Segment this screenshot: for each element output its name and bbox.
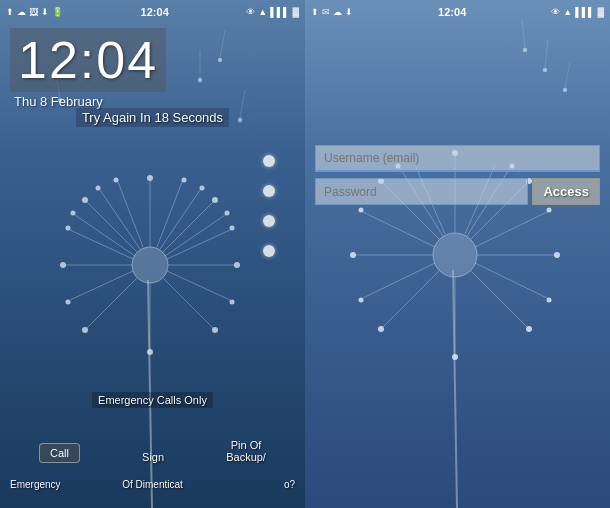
try-again-text: Try Again In 18 Seconds: [76, 108, 229, 127]
right-signal-icon: ▌▌▌: [575, 7, 594, 17]
pin-of-label: Pin Of: [231, 439, 262, 451]
pin-dot-4: [263, 245, 275, 257]
svg-line-59: [475, 212, 547, 247]
svg-point-80: [563, 88, 567, 92]
svg-point-76: [359, 298, 364, 303]
emergency-bottom-label: Emergency: [10, 479, 61, 490]
svg-point-77: [547, 298, 552, 303]
svg-line-61: [475, 263, 547, 298]
right-battery-full-icon: ▓: [597, 7, 604, 17]
date-display: Thu 8 February: [10, 94, 166, 109]
svg-line-14: [70, 271, 133, 300]
svg-point-74: [359, 208, 364, 213]
sign-button[interactable]: Sign: [142, 451, 164, 463]
svg-point-75: [547, 208, 552, 213]
svg-line-83: [522, 20, 525, 48]
svg-line-79: [545, 40, 548, 68]
svg-point-66: [350, 252, 356, 258]
eye-icon: 👁: [246, 7, 255, 17]
left-status-time: 12:04: [141, 6, 169, 18]
pin-backup-button[interactable]: Pin Of Backup/: [226, 439, 266, 463]
svg-point-26: [82, 327, 88, 333]
svg-line-55: [471, 271, 527, 327]
svg-point-21: [147, 349, 153, 355]
call-button[interactable]: Call: [39, 443, 80, 463]
right-status-icons: ⬆ ✉ ☁ ⬇: [311, 7, 353, 17]
left-status-icons: ⬆ ☁ 🖼 ⬇ 🔋: [6, 7, 63, 17]
right-dandelion: [305, 0, 610, 508]
svg-line-41: [220, 30, 225, 58]
pin-dots-container: [0, 155, 305, 257]
svg-line-58: [363, 212, 435, 247]
svg-point-27: [212, 327, 218, 333]
svg-point-65: [452, 354, 458, 360]
right-notification-icon: ⬆: [311, 7, 319, 17]
wifi-icon: ▲: [258, 7, 267, 17]
svg-line-8: [87, 278, 137, 328]
emergency-label: Emergency Calls Only: [92, 392, 213, 408]
svg-point-40: [218, 58, 222, 62]
right-wifi-icon: ▲: [563, 7, 572, 17]
password-row: Access: [315, 178, 600, 205]
pin-dot-3: [263, 215, 275, 227]
o-label: o?: [284, 479, 295, 490]
svg-line-9: [163, 278, 213, 328]
left-panel: ⬆ ☁ 🖼 ⬇ 🔋 12:04 👁 ▲ ▌▌▌ ▓ 12:04 Thu 8 Fe…: [0, 0, 305, 508]
right-panel: ⬆ ✉ ☁ ⬇ 12:04 👁 ▲ ▌▌▌ ▓: [305, 0, 610, 508]
try-again-container: Try Again In 18 Seconds: [0, 108, 305, 126]
right-status-right-icons: 👁 ▲ ▌▌▌ ▓: [551, 7, 604, 17]
right-status-bar: ⬆ ✉ ☁ ⬇ 12:04 👁 ▲ ▌▌▌ ▓: [305, 0, 610, 24]
backup-label: Backup/: [226, 451, 266, 463]
left-status-right-icons: 👁 ▲ ▌▌▌ ▓: [246, 7, 299, 17]
time-display: 12:04: [10, 28, 166, 92]
svg-line-81: [565, 62, 570, 88]
signal-icon: ▌▌▌: [270, 7, 289, 17]
svg-point-23: [234, 262, 240, 268]
svg-point-67: [554, 252, 560, 258]
password-input[interactable]: [315, 178, 528, 205]
svg-point-22: [60, 262, 66, 268]
svg-line-54: [383, 271, 439, 327]
emergency-calls-text: Emergency Calls Only: [0, 390, 305, 408]
left-status-bar: ⬆ ☁ 🖼 ⬇ 🔋 12:04 👁 ▲ ▌▌▌ ▓: [0, 0, 305, 24]
notification-icon: ⬆: [6, 7, 14, 17]
cloud-icon: ☁: [17, 7, 26, 17]
svg-point-82: [523, 48, 527, 52]
right-mail-icon: ✉: [322, 7, 330, 17]
dimenticat-label: Of Dimenticat: [122, 479, 183, 490]
login-form: Access: [315, 145, 600, 205]
right-status-time: 12:04: [438, 6, 466, 18]
username-input[interactable]: [315, 145, 600, 172]
battery-icon: 🔋: [52, 7, 63, 17]
pin-dot-2: [263, 185, 275, 197]
svg-line-60: [363, 263, 435, 298]
bottom-buttons: Call Sign Pin Of Backup/: [0, 439, 305, 463]
download-icon: ⬇: [41, 7, 49, 17]
access-button[interactable]: Access: [532, 178, 600, 205]
svg-line-15: [167, 271, 230, 300]
image-icon: 🖼: [29, 7, 38, 17]
svg-point-47: [433, 233, 477, 277]
pin-dot-1: [263, 155, 275, 167]
main-time-container: 12:04 Thu 8 February: [10, 28, 166, 109]
svg-point-38: [198, 78, 202, 82]
svg-point-78: [543, 68, 547, 72]
svg-point-32: [66, 300, 71, 305]
svg-point-70: [378, 326, 384, 332]
battery-full-icon: ▓: [292, 7, 299, 17]
right-battery-icon: ⬇: [345, 7, 353, 17]
right-cloud-icon: ☁: [333, 7, 342, 17]
svg-point-71: [526, 326, 532, 332]
svg-point-33: [230, 300, 235, 305]
right-eye-icon: 👁: [551, 7, 560, 17]
